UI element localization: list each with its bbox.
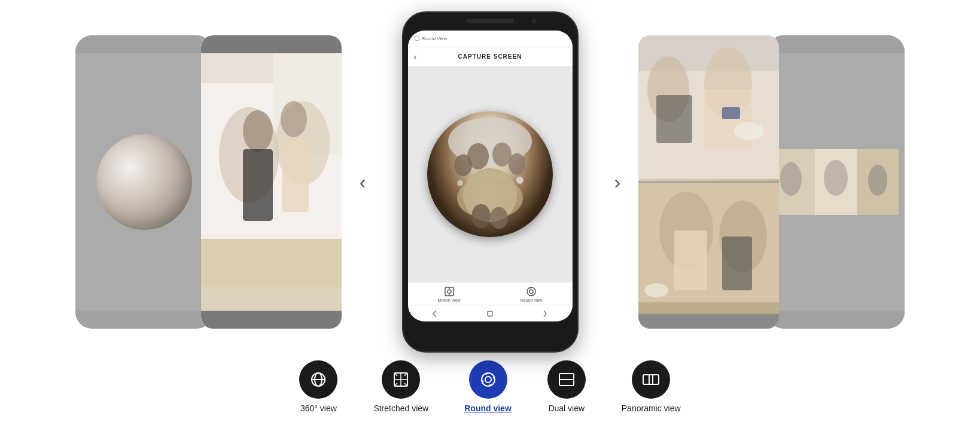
phone-bottom-bar: Motion View Round view	[408, 282, 573, 305]
card-left	[201, 35, 342, 329]
tabs-section: 360° view Stretched view	[0, 353, 980, 413]
stretch-icon	[391, 370, 410, 389]
svg-point-27	[527, 287, 535, 296]
svg-point-8	[281, 101, 307, 137]
phone-nav-home-icon[interactable]	[485, 309, 495, 318]
svg-rect-10	[282, 140, 309, 212]
svg-rect-73	[643, 375, 659, 384]
tab-dual-label: Dual view	[548, 403, 585, 413]
phone-scene-label: Round View	[414, 35, 448, 41]
right-card-footer	[638, 314, 779, 329]
center-phone-mockup: ‹ CAPTURE SCREEN Round View	[402, 11, 579, 353]
card-gray-footer	[75, 311, 213, 329]
right-card-content	[638, 35, 779, 329]
tab-icon-dual	[547, 360, 586, 399]
svg-rect-5	[201, 239, 342, 287]
tab-dual-view[interactable]: Dual view	[547, 360, 586, 413]
svg-rect-39	[722, 107, 740, 119]
svg-point-22	[457, 180, 463, 186]
phone-motion-view-icon[interactable]: Motion View	[438, 286, 461, 302]
tab-panoramic-view[interactable]: Panoramic view	[622, 360, 681, 413]
left-card-header	[201, 35, 342, 53]
svg-rect-9	[243, 149, 273, 221]
phone-back-button[interactable]: ‹	[414, 52, 417, 62]
phone-header: ‹ CAPTURE SCREEN	[408, 47, 573, 66]
phone-screen: ‹ CAPTURE SCREEN Round View	[408, 31, 573, 321]
right-top-svg	[638, 35, 779, 179]
left-card-footer	[201, 311, 342, 329]
tab-icon-360	[299, 360, 337, 399]
dual-top	[638, 35, 779, 183]
far-right-content	[767, 35, 905, 329]
svg-point-20	[490, 207, 508, 229]
card-far-left	[75, 35, 213, 329]
tab-icon-panoramic	[632, 360, 670, 399]
dual-icon	[557, 370, 576, 389]
tab-stretched-view[interactable]: Stretched view	[373, 360, 428, 413]
tab-panoramic-label: Panoramic view	[622, 403, 681, 413]
phone-cards: ‹ ‹ CAPTURE SCREEN Roun	[0, 11, 980, 353]
phone-header-title: CAPTURE SCREEN	[458, 53, 522, 60]
card-gray-header	[75, 35, 213, 53]
svg-point-11	[415, 36, 419, 41]
svg-point-17	[509, 153, 525, 175]
svg-rect-43	[674, 230, 707, 290]
svg-point-52	[780, 162, 802, 196]
svg-rect-44	[722, 236, 752, 290]
next-arrow-button[interactable]: ›	[596, 171, 639, 193]
motion-icon-svg	[444, 286, 455, 297]
svg-point-65	[482, 373, 495, 386]
phone-round-view-icon[interactable]: Round view	[521, 286, 543, 302]
scene-label-text: Round View	[422, 36, 448, 41]
svg-point-7	[243, 110, 273, 152]
round-view-svg	[427, 111, 553, 237]
card-far-right	[767, 35, 905, 329]
tabs-row: 360° view Stretched view	[299, 360, 680, 413]
far-right-header	[767, 35, 905, 53]
svg-rect-31	[488, 311, 492, 316]
phone-content-area	[408, 66, 573, 282]
svg-point-24	[448, 290, 451, 293]
far-right-svg	[767, 35, 905, 329]
sphere-circle	[96, 134, 192, 230]
tab-round-label: Round view	[464, 403, 512, 413]
svg-point-53	[824, 160, 848, 196]
tab-icon-round	[469, 360, 507, 399]
globe-icon	[309, 370, 328, 389]
svg-point-28	[529, 290, 533, 293]
svg-point-45	[644, 283, 668, 298]
round-icon-svg	[526, 286, 537, 297]
dual-bottom	[638, 183, 779, 329]
svg-point-66	[485, 377, 491, 383]
panoramic-icon	[641, 370, 661, 389]
left-scene-svg	[201, 35, 342, 329]
svg-rect-36	[656, 95, 692, 143]
tab-round-view[interactable]: Round view	[464, 360, 512, 413]
card-right	[638, 35, 779, 329]
svg-point-21	[516, 177, 524, 184]
phone-nav-back-icon[interactable]	[430, 309, 440, 318]
scene-icon	[414, 35, 420, 41]
svg-point-38	[734, 122, 764, 140]
phone-nav-bar	[408, 305, 573, 321]
phone-nav-recent-icon[interactable]	[540, 309, 550, 318]
people-scene-left	[201, 35, 342, 329]
tab-icon-stretched	[382, 360, 420, 399]
tab-360-view[interactable]: 360° view	[299, 360, 337, 413]
svg-point-54	[868, 165, 887, 196]
tab-stretched-label: Stretched view	[373, 403, 428, 413]
svg-point-19	[471, 204, 491, 228]
round-view-label: Round view	[521, 298, 543, 302]
tab-360-label: 360° view	[300, 403, 337, 413]
planet-view	[427, 111, 553, 237]
left-card-content	[201, 35, 342, 329]
carousel-section: ‹ ‹ CAPTURE SCREEN Roun	[0, 0, 980, 353]
prev-arrow-button[interactable]: ‹	[342, 171, 384, 193]
svg-point-16	[454, 154, 472, 176]
far-left-content	[75, 35, 213, 329]
far-right-footer	[767, 311, 905, 329]
right-bottom-svg	[638, 183, 779, 326]
motion-view-label: Motion View	[438, 298, 461, 302]
round-view-icon	[479, 370, 498, 389]
